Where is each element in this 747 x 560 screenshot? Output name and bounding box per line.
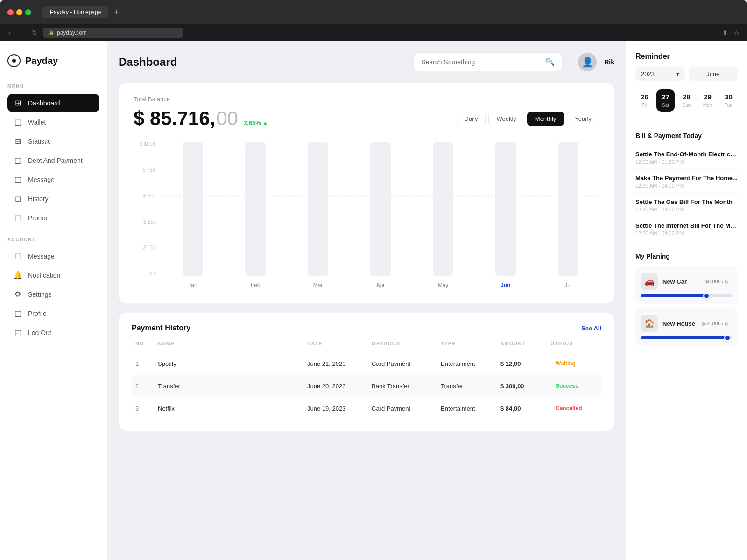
- bar-label-jun: Jun: [500, 282, 510, 288]
- th-methods: METHODS: [372, 341, 437, 346]
- car-icon: 🚗: [641, 273, 658, 290]
- maximize-button[interactable]: [25, 9, 31, 15]
- reminder-title: Reminder: [635, 52, 738, 61]
- sidebar-item-notification[interactable]: 🔔 Notification: [7, 266, 99, 284]
- td-amount-1: $ 12,00: [500, 360, 547, 367]
- th-type: TYPE: [441, 341, 497, 346]
- bill-name-3: Settle The Gas Bill For The Month: [635, 198, 738, 205]
- balance-pct: 2,65% ▲: [244, 119, 268, 126]
- table-row: 2 Transfer June 20, 2023 Bank Transfer T…: [132, 375, 601, 397]
- bar-jul[interactable]: Jul: [537, 141, 599, 290]
- sidebar-item-logout[interactable]: ◱ Log Out: [7, 323, 99, 342]
- bar-label-may: May: [438, 282, 449, 288]
- refresh-button[interactable]: ↻: [32, 29, 37, 36]
- y-label-10k: $ 10k: [134, 245, 156, 250]
- sidebar-item-promo[interactable]: ◫ Promo: [7, 209, 99, 227]
- reminder-section: Reminder 2023 ▾ June 26 Fri 27 Sat 28: [635, 52, 738, 121]
- cal-day-26[interactable]: 26 Fri: [635, 89, 654, 112]
- plan-house-progress-bar[interactable]: [641, 336, 732, 339]
- plan-car-progress-bar[interactable]: [641, 294, 732, 297]
- sidebar-item-statistic[interactable]: ⊟ Statistic: [7, 132, 99, 150]
- bar-mar[interactable]: Mar: [287, 141, 349, 290]
- logo: Payday: [7, 54, 99, 67]
- period-yearly[interactable]: Yearly: [567, 112, 599, 126]
- table-row: 3 Netflix June 19, 2023 Card Payment Ent…: [132, 397, 601, 420]
- sidebar-item-debt[interactable]: ◱ Debt And Payment: [7, 151, 99, 169]
- bar-apr[interactable]: Apr: [349, 141, 412, 290]
- back-button[interactable]: ←: [7, 29, 14, 36]
- balance-amount: $ 85.716, 00 2,65% ▲: [134, 107, 268, 130]
- td-name-2: Transfer: [158, 383, 303, 390]
- share-icon[interactable]: ⬆: [722, 29, 728, 36]
- bar-label-apr: Apr: [376, 282, 385, 288]
- logo-icon: [7, 54, 21, 67]
- sidebar-settings-label: Settings: [28, 291, 52, 298]
- sidebar-item-history[interactable]: ◻ History: [7, 189, 99, 208]
- cal-day-30[interactable]: 30 Tue: [719, 89, 738, 112]
- chevron-down-icon: ▾: [676, 70, 679, 77]
- statistic-icon: ⊟: [13, 137, 22, 146]
- bill-item-4[interactable]: Settle The Internet Bill For The Month 1…: [635, 217, 738, 241]
- account-label: ACCOUNT: [7, 237, 99, 242]
- period-weekly[interactable]: Weekly: [488, 112, 524, 126]
- bill-item-2[interactable]: Make The Payment For The Home... 12:30 A…: [635, 170, 738, 194]
- url-box[interactable]: 🔒 payday.com: [43, 28, 183, 38]
- bill-time-4: 12:30 AM - 04:00 PM: [635, 231, 738, 236]
- sidebar-item-dashboard[interactable]: ⊞ Dashboard: [7, 94, 99, 112]
- cal-day-27[interactable]: 27 Sat: [656, 89, 675, 112]
- dashboard-icon: ⊞: [13, 98, 22, 107]
- search-input[interactable]: [421, 58, 541, 66]
- bar-label-jul: Jul: [564, 282, 571, 288]
- planning-title: My Planing: [635, 252, 738, 260]
- new-tab-button[interactable]: +: [114, 7, 119, 17]
- y-axis: $ 100K $ 75K $ 50k $ 25k $ 10k $ 0: [134, 141, 162, 290]
- sidebar-item-wallet[interactable]: ◫ Wallet: [7, 113, 99, 131]
- plan-car-name: New Car: [662, 278, 700, 285]
- app-window: Payday MENU ⊞ Dashboard ◫ Wallet ⊟ Stati…: [0, 41, 747, 560]
- bar-jun[interactable]: Jun: [474, 141, 537, 290]
- td-type-3: Entertaiment: [441, 405, 497, 412]
- payment-header: Payment History See All: [132, 324, 601, 332]
- minimize-button[interactable]: [16, 9, 22, 15]
- bar-jan[interactable]: Jan: [162, 141, 224, 290]
- bill-item-3[interactable]: Settle The Gas Bill For The Month 12:30 …: [635, 194, 738, 217]
- th-name: NAME: [158, 341, 303, 346]
- active-tab[interactable]: Payday - Homepage: [42, 6, 108, 18]
- forward-button[interactable]: →: [20, 29, 26, 36]
- address-actions: ⬆ ☆: [722, 29, 740, 36]
- bill-item-1[interactable]: Settle The End-Of-Month Electricity B...…: [635, 146, 738, 170]
- table-row: 1 Spotify June 21, 2023 Card Payment Ent…: [132, 352, 601, 375]
- url-text: payday.com: [57, 29, 87, 36]
- profile-icon: ◫: [13, 309, 22, 318]
- bar-may[interactable]: May: [412, 141, 474, 290]
- table-header: NO NAME DATE METHODS TYPE AMOUNT STATUS: [132, 341, 601, 352]
- avatar[interactable]: 👤: [578, 53, 597, 71]
- close-button[interactable]: [7, 9, 14, 15]
- bookmark-icon[interactable]: ☆: [733, 29, 740, 36]
- sidebar-item-profile[interactable]: ◫ Profile: [7, 304, 99, 322]
- main-header: Dashboard 🔍 👤 Rik: [119, 52, 614, 71]
- sidebar: Payday MENU ⊞ Dashboard ◫ Wallet ⊟ Stati…: [0, 41, 107, 560]
- logout-icon: ◱: [13, 328, 22, 337]
- period-monthly[interactable]: Monthly: [527, 112, 564, 126]
- period-buttons: Daily Weekly Monthly Yearly: [457, 112, 599, 126]
- search-bar[interactable]: 🔍: [413, 52, 563, 71]
- sidebar-item-message[interactable]: ◫ Message: [7, 170, 99, 189]
- plan-car-amount: $8.000 / $...: [705, 279, 732, 284]
- bill-title: Bill & Payment Today: [635, 132, 738, 140]
- year-select[interactable]: 2023 ▾: [635, 67, 685, 81]
- td-type-2: Transfer: [441, 383, 497, 390]
- td-name-3: Netflix: [158, 405, 303, 412]
- cal-day-29[interactable]: 29 Mon: [698, 89, 717, 112]
- period-daily[interactable]: Daily: [457, 112, 486, 126]
- sidebar-item-message2[interactable]: ◫ Message: [7, 247, 99, 265]
- bars-wrapper: Jan Feb: [162, 141, 599, 290]
- promo-icon: ◫: [13, 213, 22, 222]
- td-amount-2: $ 300,00: [500, 383, 547, 390]
- bill-time-1: 12:00 AM - 01:30 PM: [635, 159, 738, 165]
- sidebar-item-settings[interactable]: ⚙ Settings: [7, 285, 99, 303]
- bar-feb[interactable]: Feb: [224, 141, 287, 290]
- see-all-link[interactable]: See All: [581, 325, 601, 332]
- cal-day-28[interactable]: 28 Sun: [677, 89, 696, 112]
- td-method-1: Card Payment: [372, 360, 437, 367]
